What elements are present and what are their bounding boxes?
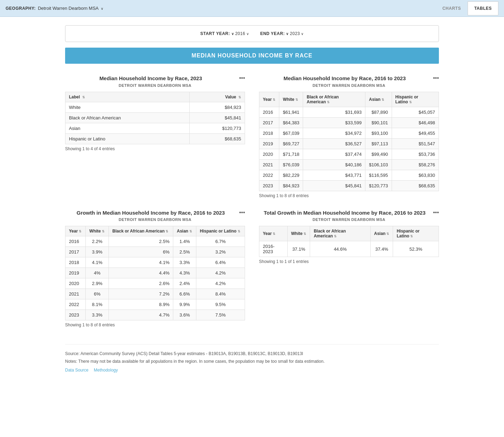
table2-subtitle: DETROIT WARREN DEARBORN MSA [259,83,439,88]
table1-col-value[interactable]: Value ⇅ [190,92,245,102]
table3-more-options[interactable]: ••• [239,209,245,216]
table4-header: Total Growth in Median Household Income … [259,209,439,216]
table-section-2: Median Household Income by Race, 2016 to… [259,75,439,198]
table2-col-hispanic[interactable]: Hispanic or Latino⇅ [392,92,439,107]
tab-charts[interactable]: CHARTS [436,1,468,15]
sort-icon: ⇅ [273,232,275,236]
table1-title: Median Household Income by Race, 2023 [65,75,236,82]
table-row: 2019$69,727$36,527$97,113$51,547 [259,138,439,149]
sort-icon: ⇅ [238,230,240,233]
table4-subtitle: DETROIT WARREN DEARBORN MSA [259,217,439,222]
table1-value: $45,841 [190,112,245,123]
sort-icon: ⇅ [295,98,298,102]
footer-source: Source: American Community Survey (ACS) … [65,350,439,358]
start-year-dropdown[interactable]: 2016 [235,31,249,36]
end-year-selector: END YEAR: 2023 [260,31,303,36]
table4-title: Total Growth in Median Household Income … [259,209,430,216]
table1-col-label[interactable]: Label ⇅ [65,92,190,102]
table3: Year⇅ White⇅ Black or African American⇅ … [65,226,245,320]
sort-icon: ⇅ [386,232,389,236]
table1-label: Black or African American [65,112,190,123]
table-row: 20162.2%2.5%1.4%6.7% [65,236,245,247]
table2-title: Median Household Income by Race, 2016 to… [259,75,430,82]
table-row: 2016$61,941$31,693$87,890$45,057 [259,107,439,117]
sort-icon: ⇅ [327,100,330,104]
table3-col-white[interactable]: White⇅ [86,226,109,236]
table2-col-white[interactable]: White⇅ [279,92,303,107]
sort-icon: ⇅ [382,98,384,102]
table-row: 2023$84,923$45,841$120,773$68,635 [259,180,439,191]
table2: Year⇅ White⇅ Black or African American⇅ … [259,92,439,191]
table-row: 2017$64,383$33,599$90,101$46,498 [259,117,439,128]
sort-icon: ⇅ [82,96,85,99]
table3-col-hispanic[interactable]: Hispanic or Latino⇅ [196,226,245,236]
table4-col-hispanic[interactable]: Hispanic or Latino⇅ [393,226,439,241]
top-bar: GEOGRAPHY: Detroit Warren Dearborn MSA ∨… [0,0,504,17]
table3-col-year[interactable]: Year⇅ [65,226,86,236]
table1-label: Asian [65,123,190,133]
table-row: 20184.1%4.1%3.3%6.4% [65,257,245,268]
table1-more-options[interactable]: ••• [239,75,245,81]
table1-subtitle: DETROIT WARREN DEARBORN MSA [65,83,245,88]
footer: Source: American Community Survey (ACS) … [65,344,439,374]
table1-value: $68,635 [190,133,245,144]
table4-col-white[interactable]: White⇅ [287,226,310,241]
tab-tables[interactable]: TABLES [468,1,498,15]
table-row: White$84,923 [65,102,245,112]
table-section-1: Median Household Income by Race, 2023 ••… [65,75,245,198]
sort-icon: ⇅ [334,235,337,238]
geography-value[interactable]: Detroit Warren Dearborn MSA ∨ [38,6,103,11]
table-row: Asian$120,773 [65,123,245,133]
table3-col-black[interactable]: Black or African American⇅ [109,226,173,236]
geography-section: GEOGRAPHY: Detroit Warren Dearborn MSA ∨ [6,6,103,11]
table-row: 2020$71,718$37,474$99,490$53,736 [259,149,439,159]
table4-col-black[interactable]: Black or African American⇅ [310,226,370,241]
table-row: 20233.3%4.7%3.6%7.5% [65,310,245,320]
year-selectors: START YEAR: 2016 END YEAR: 2023 [65,25,439,42]
table2-more-options[interactable]: ••• [433,75,439,81]
section-banner: MEDIAN HOUSEHOLD INCOME BY RACE [65,48,439,64]
sort-icon: ⇅ [238,96,241,99]
sort-icon: ⇅ [303,232,306,236]
sort-icon: ⇅ [166,230,168,233]
sort-icon: ⇅ [410,235,413,238]
table4-showing: Showing 1 to 1 of 1 entries [259,259,439,264]
table2-header: Median Household Income by Race, 2016 to… [259,75,439,82]
data-source-link[interactable]: Data Source [65,368,89,373]
table3-title: Growth in Median Household Income by Rac… [65,209,236,216]
table1-header: Median Household Income by Race, 2023 ••… [65,75,245,82]
table2-col-asian[interactable]: Asian⇅ [365,92,392,107]
table-row: 20194%4.4%4.3%4.2% [65,268,245,278]
table3-col-asian[interactable]: Asian⇅ [173,226,196,236]
table4-more-options[interactable]: ••• [433,209,439,216]
sort-icon: ⇅ [189,230,192,233]
table3-subtitle: DETROIT WARREN DEARBORN MSA [65,217,245,222]
start-year-selector: START YEAR: 2016 [200,31,249,36]
table1-label: Hispanic or Latino [65,133,190,144]
methodology-link[interactable]: Methodology [94,368,118,373]
table1-label: White [65,102,190,112]
table3-header: Growth in Median Household Income by Rac… [65,209,245,216]
sort-icon: ⇅ [79,230,82,233]
table-row: 20228.1%8.9%9.9%9.5% [65,299,245,310]
sort-icon: ⇅ [273,98,275,102]
table4-col-year[interactable]: Year⇅ [259,226,288,241]
table-row: Hispanic or Latino$68,635 [65,133,245,144]
sort-icon: ⇅ [102,230,105,233]
tables-grid: Median Household Income by Race, 2023 ••… [65,75,439,327]
table-row: 2016-202337.1%44.6%37.4%52.3% [259,241,439,257]
table4-col-asian[interactable]: Asian⇅ [370,226,393,241]
end-year-dropdown[interactable]: 2023 [290,31,303,36]
table2-col-year[interactable]: Year⇅ [259,92,279,107]
table3-showing: Showing 1 to 8 of 8 entries [65,322,245,327]
table-section-3: Growth in Median Household Income by Rac… [65,209,245,328]
geography-label: GEOGRAPHY: [6,6,36,11]
main-content: START YEAR: 2016 END YEAR: 2023 MEDIAN H… [59,17,444,383]
footer-links: Data Source Methodology [65,367,439,374]
table1-showing: Showing 1 to 4 of 4 entries [65,146,245,151]
table-section-4: Total Growth in Median Household Income … [259,209,439,328]
table1-value: $84,923 [190,102,245,112]
table-row: 2018$67,039$34,972$93,100$49,455 [259,128,439,138]
table-row: 2021$76,039$40,186$106,103$58,276 [259,159,439,170]
table2-col-black[interactable]: Black or African American⇅ [303,92,365,107]
